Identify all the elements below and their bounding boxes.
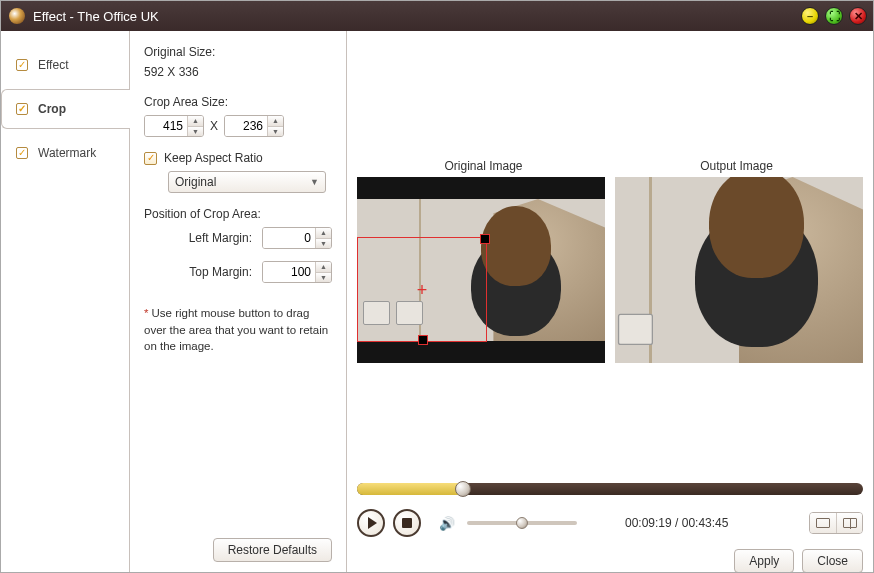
window-minimize-button[interactable]: – [801, 7, 819, 25]
check-icon [16, 103, 28, 115]
timeline-thumb[interactable] [455, 481, 471, 497]
chevron-up-icon[interactable]: ▲ [188, 116, 203, 127]
crop-hint-text: *Use right mouse button to drag over the… [144, 305, 332, 355]
crop-rectangle[interactable]: + [357, 237, 487, 342]
window-maximize-button[interactable]: ⛶ [825, 7, 843, 25]
original-size-label: Original Size: [144, 45, 332, 59]
output-image-label: Output Image [610, 159, 863, 173]
playback-time: 00:09:19 / 00:43:45 [625, 516, 728, 530]
video-frame [615, 177, 863, 363]
chevron-up-icon[interactable]: ▲ [316, 262, 331, 273]
volume-icon[interactable]: 🔊 [439, 516, 455, 531]
left-margin-label: Left Margin: [144, 231, 262, 245]
chevron-down-icon[interactable]: ▼ [268, 127, 283, 137]
chevron-up-icon[interactable]: ▲ [268, 116, 283, 127]
chevron-up-icon[interactable]: ▲ [316, 228, 331, 239]
close-button[interactable]: Close [802, 549, 863, 573]
crop-settings-panel: Original Size: 592 X 336 Crop Area Size:… [129, 31, 347, 572]
apply-button[interactable]: Apply [734, 549, 794, 573]
stop-button[interactable] [393, 509, 421, 537]
tab-crop[interactable]: Crop [1, 89, 130, 129]
top-margin-label: Top Margin: [144, 265, 262, 279]
tab-effect[interactable]: Effect [1, 45, 129, 85]
timeline-slider[interactable] [357, 483, 863, 495]
chevron-down-icon[interactable]: ▼ [316, 239, 331, 249]
output-preview [615, 177, 863, 363]
window-close-button[interactable]: ✕ [849, 7, 867, 25]
position-label: Position of Crop Area: [144, 207, 332, 221]
window-title: Effect - The Office UK [33, 9, 159, 24]
keep-aspect-ratio-label: Keep Aspect Ratio [164, 151, 263, 165]
crop-height-input[interactable] [225, 116, 267, 136]
aspect-ratio-select[interactable]: Original ▼ [168, 171, 326, 193]
stop-icon [402, 518, 412, 528]
chevron-down-icon[interactable]: ▼ [316, 273, 331, 283]
original-preview[interactable]: + [357, 177, 605, 363]
tab-label: Crop [38, 102, 66, 116]
split-view-icon [843, 518, 857, 528]
compare-single-button[interactable] [810, 513, 836, 533]
tab-label: Watermark [38, 146, 96, 160]
app-icon [9, 8, 25, 24]
original-size-value: 592 X 336 [144, 65, 332, 79]
chevron-down-icon: ▼ [310, 177, 319, 187]
chevron-down-icon[interactable]: ▼ [188, 127, 203, 137]
tab-label: Effect [38, 58, 68, 72]
x-separator: X [210, 119, 218, 133]
volume-slider[interactable] [467, 521, 577, 525]
aspect-ratio-selected: Original [175, 175, 216, 189]
play-icon [368, 517, 377, 529]
check-icon [16, 147, 28, 159]
asterisk-icon: * [144, 307, 148, 319]
crosshair-icon: + [413, 281, 431, 299]
compare-mode-toggle [809, 512, 863, 534]
left-margin-input[interactable] [263, 228, 315, 248]
checkbox-checked-icon [144, 152, 157, 165]
compare-split-button[interactable] [836, 513, 862, 533]
single-view-icon [816, 518, 830, 528]
volume-thumb[interactable] [516, 517, 528, 529]
crop-width-input[interactable] [145, 116, 187, 136]
top-margin-stepper[interactable]: ▲▼ [262, 261, 332, 283]
left-margin-stepper[interactable]: ▲▼ [262, 227, 332, 249]
tab-watermark[interactable]: Watermark [1, 133, 129, 173]
check-icon [16, 59, 28, 71]
titlebar: Effect - The Office UK – ⛶ ✕ [1, 1, 873, 31]
side-tabs: Effect Crop Watermark [1, 31, 129, 572]
crop-area-size-label: Crop Area Size: [144, 95, 332, 109]
play-button[interactable] [357, 509, 385, 537]
preview-panel: Original Image Output Image + [347, 31, 873, 572]
restore-defaults-button[interactable]: Restore Defaults [213, 538, 332, 562]
top-margin-input[interactable] [263, 262, 315, 282]
original-image-label: Original Image [357, 159, 610, 173]
keep-aspect-ratio-checkbox[interactable]: Keep Aspect Ratio [144, 151, 332, 165]
timeline-played [357, 483, 463, 495]
crop-width-stepper[interactable]: ▲▼ [144, 115, 204, 137]
crop-height-stepper[interactable]: ▲▼ [224, 115, 284, 137]
